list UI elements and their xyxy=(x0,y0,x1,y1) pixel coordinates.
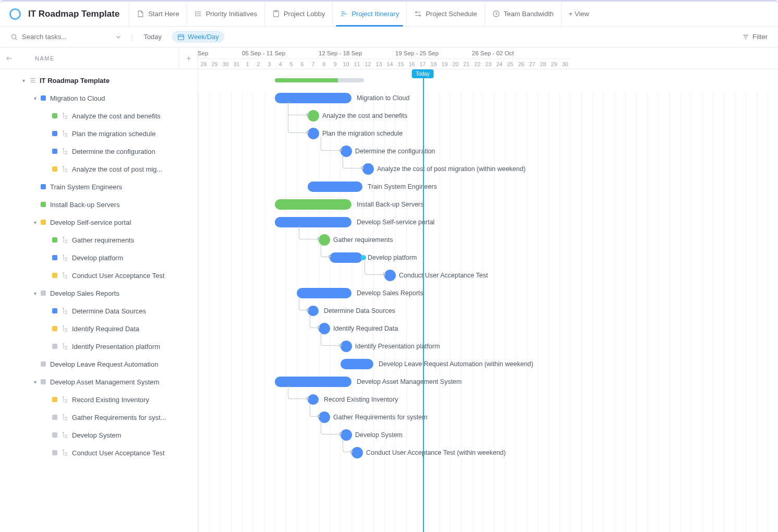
tab-label: Project Schedule xyxy=(426,10,477,18)
task-row[interactable]: ▾Develop Sales Reports xyxy=(0,284,198,302)
add-column-button[interactable] xyxy=(179,47,198,69)
gantt-row[interactable]: Gather requirements xyxy=(198,231,778,249)
gantt-row[interactable]: Develop Sales Reports xyxy=(198,284,778,302)
tab-label: Project Lobby xyxy=(284,10,325,18)
gantt-row[interactable]: Conduct User Acceptance Test (within wee… xyxy=(198,444,778,462)
task-row[interactable]: Gather requirements xyxy=(0,231,198,249)
gantt-row[interactable]: Migration to Cloud xyxy=(198,89,778,107)
task-list-header: NAME xyxy=(0,47,198,69)
tab-project-itinerary[interactable]: Project Itinerary xyxy=(332,2,406,26)
gantt-milestone[interactable] xyxy=(362,163,374,175)
gantt-bar[interactable] xyxy=(330,252,362,263)
gantt-bar[interactable] xyxy=(275,377,351,387)
gantt-bar-label: Determine Data Sources xyxy=(324,306,395,316)
group-progress-bar[interactable] xyxy=(275,78,362,82)
task-row[interactable]: Gather Requirements for syst... xyxy=(0,408,198,426)
day-label: 17 xyxy=(417,58,428,69)
task-row[interactable]: Conduct User Acceptance Test xyxy=(0,444,198,462)
task-row[interactable]: Determine the configuration xyxy=(0,142,198,160)
task-name: Analyze the cost of post mig... xyxy=(72,165,162,173)
expand-caret-icon[interactable]: ▾ xyxy=(31,379,39,385)
gantt-bar-label: Analyze the cost and benefits xyxy=(322,111,407,121)
gantt-bar[interactable] xyxy=(341,359,373,369)
expand-caret-icon[interactable]: ▾ xyxy=(31,220,39,225)
gantt-row[interactable]: Plan the migration schedule xyxy=(198,125,778,142)
collapse-panel-button[interactable] xyxy=(0,54,18,63)
today-button[interactable]: Today xyxy=(138,31,167,43)
task-row[interactable]: Develop System xyxy=(0,426,198,444)
task-row[interactable]: Plan the migration schedule xyxy=(0,125,198,142)
expand-caret-icon[interactable]: ▾ xyxy=(31,95,39,101)
gantt-row[interactable]: Identify Presentation platform xyxy=(198,337,778,355)
day-label: 16 xyxy=(406,58,417,69)
task-name: Develop platform xyxy=(72,254,123,262)
day-label: 7 xyxy=(308,58,319,69)
gantt-milestone[interactable] xyxy=(384,270,396,281)
gantt-row[interactable]: Develop System xyxy=(198,426,778,444)
task-row[interactable]: Develop platform xyxy=(0,249,198,267)
subtask-icon xyxy=(62,130,69,137)
task-row[interactable]: Analyze the cost of post mig... xyxy=(0,160,198,178)
task-name: Develop System xyxy=(72,431,121,439)
task-name: Develop Leave Request Automation xyxy=(50,360,158,368)
gantt-row[interactable]: Analyze the cost and benefits xyxy=(198,107,778,125)
gantt-row[interactable]: Identify Required Data xyxy=(198,320,778,337)
expand-caret-icon[interactable]: ▾ xyxy=(31,291,39,296)
tab-project-lobby[interactable]: Project Lobby xyxy=(264,2,333,26)
task-row[interactable]: Analyze the cost and benefits xyxy=(0,107,198,125)
tab-team-bandwidth[interactable]: Team Bandwidth xyxy=(484,2,561,26)
gantt-bar[interactable] xyxy=(275,199,351,210)
gantt-row[interactable]: Gather Requirements for system xyxy=(198,408,778,426)
tab-priority-initiatives[interactable]: Priority Initiatives xyxy=(187,2,264,26)
status-bullet xyxy=(52,113,57,118)
tab--view[interactable]: + View xyxy=(561,2,597,26)
gantt-row[interactable]: Determine Data Sources xyxy=(198,302,778,320)
task-row[interactable]: ▾Develop Asset Management System xyxy=(0,373,198,391)
gantt-row[interactable]: Develop Leave Request Automation (within… xyxy=(198,355,778,373)
gantt-bar[interactable] xyxy=(308,182,362,192)
gantt-row[interactable]: Develop platform xyxy=(198,249,778,267)
search-wrap[interactable] xyxy=(6,31,126,43)
gantt-row[interactable]: Conduct User Acceptance Test xyxy=(198,267,778,284)
gantt-panel[interactable]: Aug - 28 Aug29 Aug - 04 Sep05 Sep - 11 S… xyxy=(198,47,778,532)
filter-button[interactable]: Filter xyxy=(738,31,772,43)
gantt-milestone[interactable] xyxy=(341,341,352,352)
chevron-down-icon[interactable] xyxy=(115,33,122,41)
gantt-row[interactable]: Determine the configuration xyxy=(198,142,778,160)
day-label: 9 xyxy=(330,58,341,69)
task-row[interactable]: ▾Migration to Cloud xyxy=(0,89,198,107)
gantt-body[interactable]: Today Migration to CloudAnalyze the cost… xyxy=(198,69,778,532)
status-bullet xyxy=(41,202,46,207)
subtask-icon xyxy=(62,272,69,279)
task-tree[interactable]: ▾IT Roadmap Template▾Migration to CloudA… xyxy=(0,69,198,532)
task-row[interactable]: Identify Required Data xyxy=(0,320,198,337)
gantt-row[interactable]: Develop Self-service portal xyxy=(198,213,778,231)
gantt-row[interactable]: Train System Engineers xyxy=(198,178,778,196)
task-name: Record Existing Inventory xyxy=(72,396,149,404)
gantt-bar[interactable] xyxy=(275,93,351,103)
gantt-milestone[interactable] xyxy=(351,447,363,458)
task-row[interactable]: Identify Presentation platform xyxy=(0,337,198,355)
task-row[interactable]: ▾IT Roadmap Template xyxy=(0,71,198,89)
task-row[interactable]: Train System Engineers xyxy=(0,178,198,196)
task-row[interactable]: Record Existing Inventory xyxy=(0,391,198,408)
gantt-row[interactable]: Analyze the cost of post migration (with… xyxy=(198,160,778,178)
task-row[interactable]: ▾Develop Self-service portal xyxy=(0,213,198,231)
gantt-row[interactable]: Install Back-up Servers xyxy=(198,196,778,213)
search-input[interactable] xyxy=(22,33,111,41)
gantt-row[interactable]: Develop Asset Management System xyxy=(198,373,778,391)
task-row[interactable]: Determine Data Sources xyxy=(0,302,198,320)
tab-project-schedule[interactable]: Project Schedule xyxy=(406,2,484,26)
gantt-row[interactable]: Record Existing Inventory xyxy=(198,391,778,408)
task-row[interactable]: Develop Leave Request Automation xyxy=(0,355,198,373)
dependency-connector xyxy=(299,226,318,239)
task-row[interactable]: Conduct User Acceptance Test xyxy=(0,267,198,284)
day-label: 30 xyxy=(560,58,570,69)
expand-caret-icon[interactable]: ▾ xyxy=(20,78,27,83)
gantt-milestone[interactable] xyxy=(308,110,319,122)
task-row[interactable]: Install Back-up Servers xyxy=(0,196,198,213)
svg-point-38 xyxy=(66,168,67,170)
gantt-milestone[interactable] xyxy=(308,128,319,139)
view-mode-button[interactable]: Week/Day xyxy=(172,31,224,43)
tab-start-here[interactable]: Start Here xyxy=(129,2,186,26)
